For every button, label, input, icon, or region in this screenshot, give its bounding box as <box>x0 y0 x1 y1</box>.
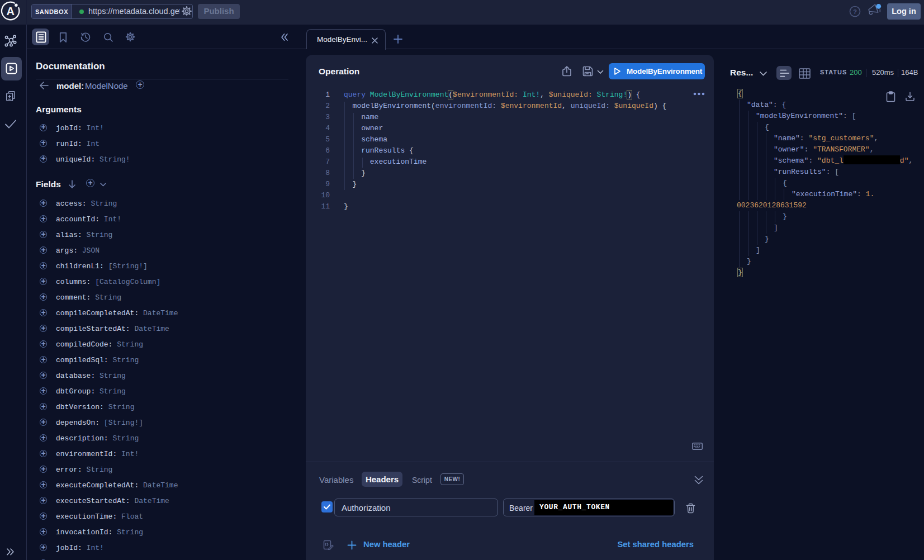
svg-text:?: ? <box>853 8 857 15</box>
svg-text:A: A <box>6 5 14 17</box>
